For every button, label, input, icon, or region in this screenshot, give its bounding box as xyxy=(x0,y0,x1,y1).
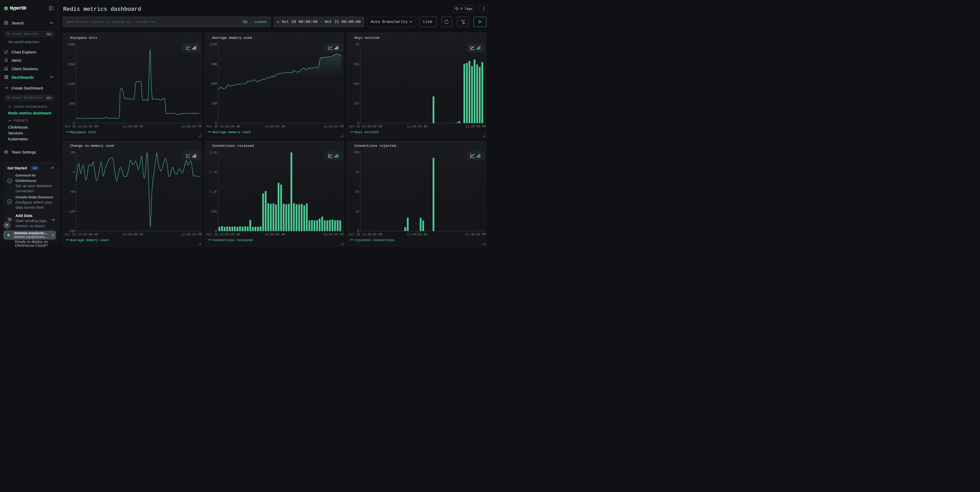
svg-text:Oct 20 12:00:00 AM: Oct 20 12:00:00 AM xyxy=(349,125,382,129)
svg-text:11:00:00 AM: 11:00:00 AM xyxy=(265,233,285,237)
svg-text:Average memory used: Average memory used xyxy=(213,131,251,134)
svg-text:0: 0 xyxy=(357,229,359,233)
svg-text:11:30:00 PM: 11:30:00 PM xyxy=(323,125,344,129)
svg-text:Oct 20 12:00:00 AM: Oct 20 12:00:00 AM xyxy=(349,233,382,237)
svg-text:Average memory used: Average memory used xyxy=(212,36,252,40)
svg-text:Oct 20 12:00:00 AM: Oct 20 12:00:00 AM xyxy=(65,125,98,129)
svg-text:Connections recieved: Connections recieved xyxy=(212,144,254,148)
svg-text:60M: 60M xyxy=(211,82,217,86)
svg-text:11:00:00 AM: 11:00:00 AM xyxy=(407,233,427,237)
svg-text:Oct 20 12:00:00 AM: Oct 20 12:00:00 AM xyxy=(207,125,240,129)
svg-text:1.7K: 1.7K xyxy=(209,171,217,174)
svg-text:6M: 6M xyxy=(71,151,75,154)
svg-text:250: 250 xyxy=(353,102,359,106)
svg-text:Connections rejected: Connections rejected xyxy=(354,144,396,148)
svg-text:50: 50 xyxy=(355,190,359,194)
svg-text:11:30:00 PM: 11:30:00 PM xyxy=(465,233,486,237)
svg-text:100: 100 xyxy=(353,151,359,154)
svg-text:Oct 20 12:00:00 AM: Oct 20 12:00:00 AM xyxy=(207,233,240,237)
svg-text:220K: 220K xyxy=(67,43,75,46)
svg-text:11:00:00 AM: 11:00:00 AM xyxy=(407,125,427,129)
svg-text:11:00:00 AM: 11:00:00 AM xyxy=(123,233,143,237)
svg-text:Keyspace hits: Keyspace hits xyxy=(70,131,96,134)
svg-text:-12M: -12M xyxy=(67,210,75,213)
svg-text:0: 0 xyxy=(73,171,75,174)
svg-text:25: 25 xyxy=(355,210,359,213)
svg-text:-18M: -18M xyxy=(67,229,75,233)
svg-text:rejected connections: rejected connections xyxy=(355,238,395,242)
svg-text:Keys evicted: Keys evicted xyxy=(354,36,379,40)
svg-text:500: 500 xyxy=(353,82,359,86)
svg-text:11:30:00 PM: 11:30:00 PM xyxy=(181,125,202,129)
svg-text:120M: 120M xyxy=(209,43,217,46)
svg-text:0: 0 xyxy=(215,229,217,233)
svg-text:Average memory used: Average memory used xyxy=(70,238,108,242)
svg-text:Oct 20 12:00:00 AM: Oct 20 12:00:00 AM xyxy=(65,233,98,237)
svg-text:11:00:00 AM: 11:00:00 AM xyxy=(123,125,143,129)
svg-text:1.1K: 1.1K xyxy=(209,190,217,194)
svg-text:165K: 165K xyxy=(67,63,75,66)
svg-text:11:30:00 PM: 11:30:00 PM xyxy=(465,125,486,129)
svg-text:11:30:00 PM: 11:30:00 PM xyxy=(323,233,344,237)
svg-text:90M: 90M xyxy=(211,63,217,66)
svg-text:1K: 1K xyxy=(355,43,359,46)
svg-text:-6M: -6M xyxy=(69,190,75,194)
svg-text:Keys evicted: Keys evicted xyxy=(355,131,379,134)
svg-text:0: 0 xyxy=(357,122,359,125)
svg-text:75: 75 xyxy=(355,171,359,174)
svg-text:0: 0 xyxy=(73,122,75,125)
svg-text:11:00:00 AM: 11:00:00 AM xyxy=(265,125,285,129)
svg-text:2.2K: 2.2K xyxy=(209,151,217,154)
svg-text:110K: 110K xyxy=(67,82,75,86)
svg-text:30M: 30M xyxy=(211,102,217,106)
svg-text:750: 750 xyxy=(353,63,359,66)
svg-text:Connections recieved: Connections recieved xyxy=(213,238,253,242)
svg-text:0: 0 xyxy=(215,122,217,125)
svg-text:55K: 55K xyxy=(69,102,75,106)
svg-text:Change in memory used: Change in memory used xyxy=(70,144,114,148)
svg-text:11:30:00 PM: 11:30:00 PM xyxy=(181,233,202,237)
svg-text:550: 550 xyxy=(211,210,217,213)
svg-text:Keyspace hits: Keyspace hits xyxy=(70,36,97,40)
